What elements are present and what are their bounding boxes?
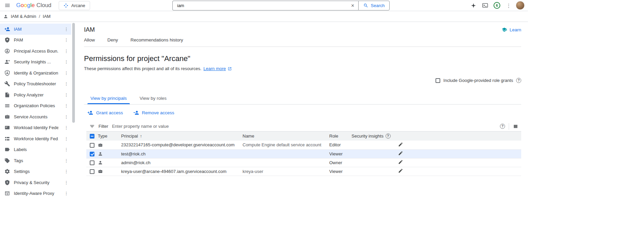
user-icon	[98, 160, 103, 165]
item-options-icon[interactable]	[62, 191, 71, 196]
sidebar-item-workforce-identity-federation[interactable]: Workforce Identity Fed...	[0, 133, 71, 144]
item-options-icon[interactable]	[62, 125, 71, 130]
insights-help-icon[interactable]	[386, 134, 391, 139]
person-insights-icon	[4, 59, 10, 65]
service-account-icon	[98, 169, 103, 174]
item-options-icon[interactable]	[62, 49, 71, 54]
sidebar-item-principal-access-boundary[interactable]: Principal Access Boun...	[0, 46, 71, 57]
edit-principal-button[interactable]	[398, 141, 403, 149]
item-options-icon[interactable]	[62, 70, 71, 76]
learn-more-link[interactable]: Learn more	[203, 66, 226, 71]
sort-ascending-icon[interactable]: ↑	[140, 134, 142, 139]
sidebar-item-settings[interactable]: Settings	[0, 166, 71, 177]
item-options-icon[interactable]	[62, 103, 71, 108]
edit-principal-button[interactable]	[398, 168, 403, 175]
edit-principal-button[interactable]	[398, 150, 403, 157]
tab-recommendations-history[interactable]: Recommendations history	[131, 37, 183, 42]
sidebar-item-identity-aware-proxy[interactable]: Identity-Aware Proxy	[0, 188, 71, 197]
notifications-button[interactable]: 6	[492, 1, 502, 10]
column-header-type[interactable]: Type	[95, 131, 118, 141]
permissions-heading: Permissions for project "Arcane"	[84, 54, 521, 63]
sidebar-scrollbar[interactable]	[72, 23, 75, 123]
view-tabs: View by principals View by roles	[84, 93, 521, 105]
column-header-role[interactable]: Role	[327, 131, 349, 141]
select-all-checkbox[interactable]	[90, 134, 94, 139]
item-options-icon[interactable]	[62, 27, 71, 32]
item-options-icon[interactable]	[62, 136, 71, 141]
grid-list-icon	[4, 136, 10, 142]
table-row[interactable]: admin@riok.ch Owner	[86, 158, 521, 167]
table-row[interactable]: kreya-user@arcane-494607.iam.gserviceacc…	[86, 167, 521, 176]
item-options-icon[interactable]	[62, 92, 71, 97]
google-cloud-logo[interactable]: Google Cloud	[16, 2, 51, 9]
learn-button[interactable]: Learn	[502, 27, 521, 32]
hamburger-menu-button[interactable]	[3, 1, 12, 10]
hamburger-icon	[4, 2, 10, 8]
remove-access-button[interactable]: Remove access	[133, 110, 174, 116]
grant-access-button[interactable]: Grant access	[87, 110, 123, 116]
sidebar-item-workload-identity-federation[interactable]: Workload Identity Fede...	[0, 122, 71, 134]
gemini-button[interactable]	[469, 1, 478, 10]
person-add-icon	[4, 26, 10, 32]
tab-allow[interactable]: Allow	[84, 37, 95, 42]
topbar-actions: 6 ⋮	[469, 1, 525, 10]
principal-name: kreya-user	[240, 167, 327, 176]
table-row[interactable]: test@riok.ch Viewer	[86, 149, 521, 158]
principal-name: Compute Engine default service account	[240, 141, 327, 149]
tag-icon	[4, 158, 10, 164]
sidebar-item-tags[interactable]: Tags	[0, 155, 71, 166]
column-header-name[interactable]: Name	[240, 131, 327, 141]
item-options-icon[interactable]	[62, 59, 71, 64]
more-options-button[interactable]: ⋮	[504, 1, 513, 10]
tab-view-by-principals[interactable]: View by principals	[84, 93, 133, 104]
principals-table: Type Principal↑ Name Role Security insig…	[86, 131, 521, 176]
column-header-principal[interactable]: Principal↑	[118, 131, 240, 141]
access-actions: Grant access Remove access	[84, 110, 521, 116]
item-options-icon[interactable]	[62, 180, 71, 185]
search-input[interactable]	[177, 3, 349, 8]
row-checkbox[interactable]	[90, 169, 94, 174]
item-options-icon[interactable]	[62, 147, 71, 152]
filter-input[interactable]	[112, 124, 496, 129]
sidebar-item-identity-organization[interactable]: Identity & Organization	[0, 67, 71, 79]
tab-deny[interactable]: Deny	[107, 37, 118, 42]
pencil-icon	[398, 159, 403, 165]
filter-help-icon[interactable]	[500, 124, 505, 129]
sidebar-item-service-accounts[interactable]: Service Accounts	[0, 111, 71, 122]
search-input-box[interactable]: ×	[172, 1, 358, 10]
item-options-icon[interactable]	[62, 81, 71, 86]
sidebar-item-organization-policies[interactable]: Organization Policies	[0, 100, 71, 112]
edit-principal-button[interactable]	[398, 159, 403, 166]
sidebar-item-iam[interactable]: IAM	[0, 24, 71, 35]
item-options-icon[interactable]	[62, 114, 71, 119]
breadcrumb-section[interactable]: IAM & Admin	[11, 14, 36, 19]
project-selector[interactable]: Arcane	[59, 1, 90, 10]
robot-icon	[4, 114, 10, 120]
sidebar-item-security-insights[interactable]: Security Insights ...	[0, 57, 71, 68]
clear-search-icon[interactable]: ×	[349, 3, 356, 8]
column-display-icon[interactable]	[513, 124, 518, 129]
row-checkbox[interactable]	[90, 143, 94, 148]
sidebar-item-pam[interactable]: PAM	[0, 35, 71, 46]
column-header-security-insights[interactable]: Security insights	[349, 131, 395, 141]
person-remove-icon	[133, 110, 139, 116]
item-options-icon[interactable]	[62, 37, 71, 42]
sidebar-item-policy-troubleshooter[interactable]: Policy Troubleshooter	[0, 79, 71, 90]
cloud-shell-button[interactable]	[480, 1, 490, 10]
table-row[interactable]: 232322147165-compute@developer.gservicea…	[86, 141, 521, 149]
item-options-icon[interactable]	[62, 169, 71, 174]
item-options-icon[interactable]	[62, 158, 71, 163]
project-name: Arcane	[71, 3, 85, 8]
sidebar-item-labels[interactable]: Labels	[0, 144, 71, 155]
search-button[interactable]: Search	[358, 1, 390, 10]
help-icon[interactable]	[516, 78, 521, 83]
include-google-roles-checkbox[interactable]	[436, 78, 440, 83]
iam-admin-icon	[3, 14, 8, 19]
account-avatar[interactable]	[516, 1, 525, 10]
sidebar-item-policy-analyzer[interactable]: Policy Analyzer	[0, 89, 71, 100]
sidebar-item-privacy-security[interactable]: Privacy & Security	[0, 177, 71, 188]
row-checkbox[interactable]	[90, 160, 94, 165]
filter-label[interactable]: Filter	[99, 124, 108, 129]
row-checkbox[interactable]	[90, 152, 94, 156]
tab-view-by-roles[interactable]: View by roles	[133, 93, 173, 104]
